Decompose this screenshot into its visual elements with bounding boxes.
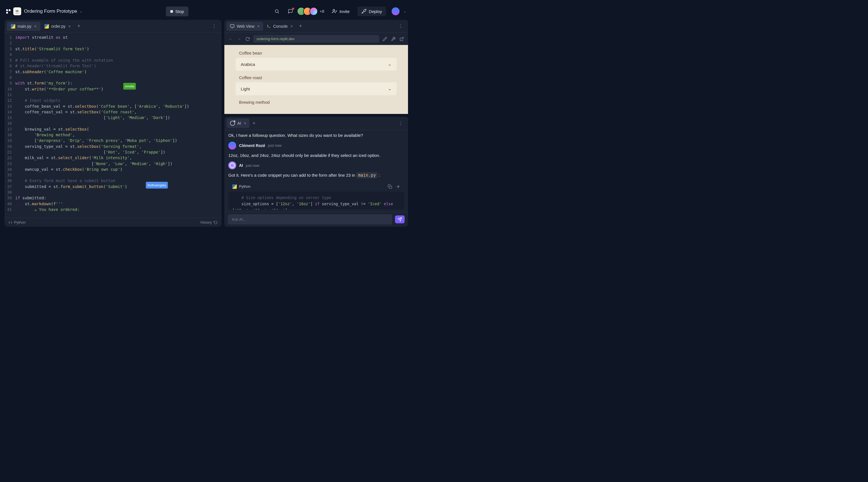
rocket-icon [361, 9, 367, 14]
invite-button[interactable]: Invite [328, 6, 353, 16]
chat-icon [288, 9, 293, 14]
close-icon[interactable]: × [34, 24, 36, 29]
code-line[interactable]: 8 [4, 74, 221, 80]
python-icon [232, 184, 237, 189]
code-line[interactable]: 18 'Brewing method', [4, 132, 221, 138]
ai-message: Got it. Here's a code snippet you can ad… [228, 172, 404, 179]
code-line[interactable]: 40 st.markdown(f''' [4, 201, 221, 207]
ai-name: AI [239, 163, 243, 168]
close-icon[interactable]: × [290, 24, 293, 29]
tab-main-py[interactable]: main.py × [7, 22, 40, 31]
tab-console[interactable]: Console × [263, 22, 297, 31]
code-line[interactable]: 7st.subheader('Coffee machine') [4, 69, 221, 74]
chevron-down-icon[interactable]: ⌄ [403, 9, 406, 13]
select-coffee-bean[interactable]: Arabica ⌄ [236, 58, 397, 71]
tab-order-py[interactable]: order.py × [40, 22, 74, 31]
open-external-button[interactable] [399, 36, 405, 42]
code-line[interactable]: 22 milk_val = st.select_slider('Milk int… [4, 155, 221, 160]
app-logo[interactable] [6, 9, 10, 13]
tab-webview[interactable]: Web View × [227, 22, 263, 31]
user-message-header: Clément Rozé just now [228, 142, 404, 150]
invite-icon [332, 9, 337, 14]
copy-button[interactable] [388, 184, 392, 189]
tab-label: AI [237, 121, 241, 125]
code-line[interactable]: 37 submitted = st.form_submit_button('Su… [4, 184, 221, 189]
url-bar[interactable]: ordering-form.replit.dev [253, 35, 379, 43]
code-line[interactable]: 34 owncup_val = st.checkbox('Bring own c… [4, 167, 221, 172]
ai-chat-body[interactable]: Ok, I have a followup question. What siz… [224, 130, 408, 212]
code-line[interactable]: 19 ['Aeropress', 'Drip', 'French press',… [4, 138, 221, 143]
inline-code: main.py [356, 172, 377, 178]
code-line[interactable]: 23 ['None', 'Low', 'Medium', 'High']) [4, 161, 221, 167]
svg-rect-5 [230, 25, 234, 27]
code-language: Python [239, 184, 250, 188]
project-title-dropdown[interactable]: Ordering Form Prototype ⌄ [24, 8, 82, 14]
code-line[interactable]: 5# Full example of using the with notati… [4, 57, 221, 63]
invite-label: Invite [339, 9, 349, 14]
close-icon[interactable]: × [68, 24, 71, 29]
add-tab-button[interactable]: + [296, 22, 305, 31]
more-button[interactable]: ⋮ [396, 22, 406, 31]
timestamp: just now [246, 163, 259, 168]
code-line[interactable]: 41 ☕ You have ordered: [4, 207, 221, 212]
code-line[interactable]: 12 # Input widgets [4, 97, 221, 103]
more-button[interactable]: ⋮ [396, 119, 406, 128]
code-line[interactable]: 3st.title('Streamlit form test') [4, 46, 221, 52]
search-button[interactable] [272, 6, 282, 16]
search-icon [274, 9, 279, 14]
code-line[interactable]: 2 [4, 40, 221, 46]
ai-tabs: AI × + ⋮ [224, 117, 408, 130]
tab-ai[interactable]: AI × [227, 118, 249, 128]
stop-button[interactable]: Stop [166, 6, 188, 17]
edit-button[interactable] [382, 36, 388, 42]
deploy-button[interactable]: Deploy [358, 6, 386, 16]
code-line[interactable]: 4 [4, 52, 221, 57]
devtools-button[interactable] [391, 36, 396, 42]
add-tab-button[interactable]: + [249, 119, 258, 128]
svg-point-0 [275, 10, 278, 13]
chat-button[interactable] [286, 6, 295, 16]
nav-reload-button[interactable] [245, 36, 250, 42]
deploy-label: Deploy [369, 9, 382, 14]
code-line[interactable]: 35 [4, 172, 221, 178]
code-editor[interactable]: ornella theflowingsky 1import streamlit … [4, 33, 221, 218]
form-label-bean: Coffee bean [236, 51, 397, 55]
external-link-icon [400, 37, 404, 41]
add-tab-button[interactable]: + [74, 22, 83, 31]
code-line[interactable]: 6# st.header('Streamlit Form Test') [4, 63, 221, 69]
close-icon[interactable]: × [244, 121, 246, 125]
code-line[interactable]: 10 st.write('**Order your coffee**') [4, 86, 221, 92]
code-line[interactable]: 14 coffee_roast_val = st.selectbox('Coff… [4, 109, 221, 115]
code-line[interactable]: 11 [4, 92, 221, 97]
code-line[interactable]: 39if submitted: [4, 195, 221, 201]
insert-button[interactable] [396, 184, 400, 189]
terminal-icon [267, 24, 271, 29]
select-coffee-roast[interactable]: Light ⌄ [236, 82, 397, 95]
monitor-icon [230, 24, 235, 29]
webview-tabs: Web View × Console × + ⋮ [224, 20, 408, 33]
more-button[interactable]: ⋮ [209, 22, 219, 31]
code-line[interactable]: 1import streamlit as st [4, 34, 221, 40]
code-line[interactable]: 15 ['Light', 'Medium', 'Dark']) [4, 115, 221, 120]
code-line[interactable]: 38 [4, 189, 221, 195]
nav-forward-button[interactable]: → [236, 36, 242, 42]
collaborator-avatars[interactable]: +8 [299, 7, 324, 16]
code-line[interactable]: 20 serving_type_val = st.selectbox('Serv… [4, 144, 221, 149]
topbar: ☕ Ordering Form Prototype ⌄ Stop +8 [4, 3, 408, 20]
ai-input-row [224, 212, 408, 227]
user-avatar[interactable] [392, 7, 400, 15]
ai-input[interactable] [228, 214, 392, 224]
language-indicator[interactable]: Python [8, 220, 25, 224]
code-line[interactable]: 36 # Every form must have a submit butto… [4, 178, 221, 183]
send-button[interactable] [395, 215, 405, 223]
code-line[interactable]: 21 ['Hot', 'Iced', 'Frappe']) [4, 149, 221, 155]
code-line[interactable]: 16 [4, 120, 221, 126]
nav-back-button[interactable]: ← [228, 36, 234, 42]
code-line[interactable]: 17 brewing_val = st.selectbox( [4, 126, 221, 132]
close-icon[interactable]: × [257, 24, 260, 29]
form-label-roast: Coffee roast [236, 75, 397, 80]
history-button[interactable]: History [200, 220, 218, 224]
code-line[interactable]: 13 coffee_bean_val = st.selectbox('Coffe… [4, 103, 221, 109]
code-line[interactable]: 9with st.form('my_form'): [4, 80, 221, 86]
user-message: 12oz, 16oz, and 24oz. 24oz should only b… [228, 152, 404, 159]
